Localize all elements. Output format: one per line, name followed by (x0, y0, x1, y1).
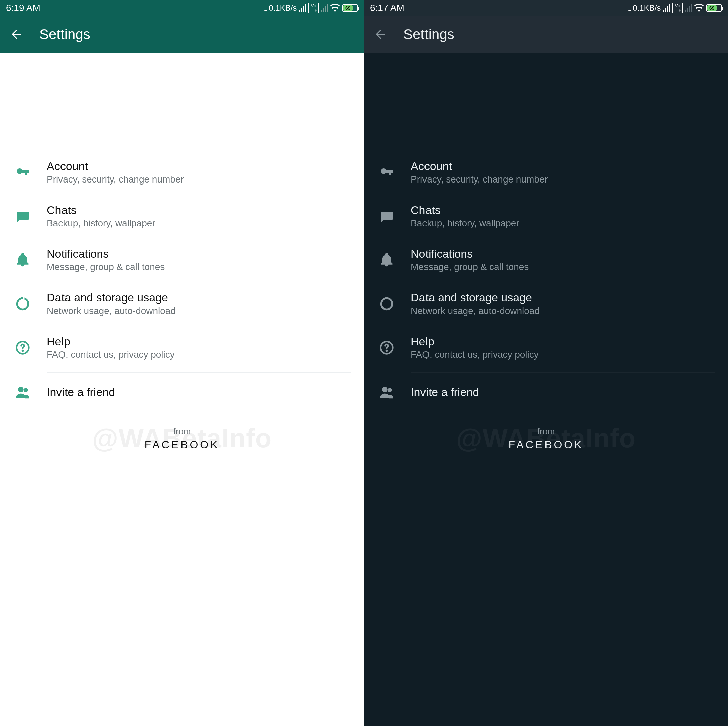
status-right: ... 0.1KB/s VoLTE 69 (263, 3, 358, 13)
svg-point-8 (382, 387, 387, 392)
item-subtitle: FAQ, contact us, privacy policy (411, 349, 539, 360)
settings-item-account[interactable]: AccountPrivacy, security, change number (364, 150, 728, 194)
page-title: Settings (40, 26, 90, 43)
svg-point-2 (22, 350, 24, 351)
status-time: 6:19 AM (6, 3, 40, 13)
item-title: Account (47, 160, 184, 173)
svg-point-7 (386, 350, 388, 351)
status-net: 0.1KB/s (269, 3, 297, 13)
footer: @WABetaInfo from FACEBOOK (0, 426, 364, 451)
wifi-icon (330, 4, 340, 12)
item-subtitle: Backup, history, wallpaper (47, 218, 155, 229)
item-title: Invite a friend (47, 386, 115, 399)
item-title: Help (47, 335, 175, 348)
help-icon (13, 340, 32, 355)
status-net: 0.1KB/s (633, 3, 661, 13)
back-icon[interactable] (9, 28, 23, 41)
profile-section[interactable] (364, 53, 728, 147)
app-bar: Settings (0, 16, 364, 53)
footer-from: from (364, 426, 728, 437)
svg-point-9 (388, 388, 392, 392)
item-subtitle: Privacy, security, change number (47, 174, 184, 185)
item-title: Help (411, 335, 539, 348)
signal-icon (321, 5, 328, 12)
status-time: 6:17 AM (370, 3, 404, 13)
data-usage-icon (377, 297, 396, 311)
settings-item-data[interactable]: Data and storage usageNetwork usage, aut… (0, 282, 364, 326)
settings-screen-dark: 6:17 AM ... 0.1KB/s VoLTE 69 Settings Ac… (364, 0, 728, 726)
signal-icon (663, 5, 670, 12)
item-subtitle: Privacy, security, change number (411, 174, 548, 185)
status-bar: 6:19 AM ... 0.1KB/s VoLTE 69 (0, 0, 364, 16)
people-icon (377, 385, 396, 399)
chat-icon (13, 209, 32, 224)
settings-list: AccountPrivacy, security, change number … (0, 147, 364, 413)
settings-screen-light: 6:19 AM ... 0.1KB/s VoLTE 69 Settings Ac… (0, 0, 364, 726)
app-bar: Settings (364, 16, 728, 53)
chat-icon (377, 209, 396, 224)
item-subtitle: Backup, history, wallpaper (411, 218, 519, 229)
bell-icon (13, 253, 32, 267)
footer-from: from (0, 426, 364, 437)
volte-icon: VoLTE (308, 3, 318, 13)
settings-item-chats[interactable]: ChatsBackup, history, wallpaper (0, 194, 364, 238)
footer-brand: FACEBOOK (364, 439, 728, 451)
item-subtitle: Message, group & call tones (47, 262, 165, 272)
settings-item-notifications[interactable]: NotificationsMessage, group & call tones (364, 238, 728, 282)
footer: @WABetaInfo from FACEBOOK (364, 426, 728, 451)
settings-item-invite[interactable]: Invite a friend (364, 375, 728, 409)
key-icon (13, 165, 32, 180)
settings-item-data[interactable]: Data and storage usageNetwork usage, aut… (364, 282, 728, 326)
data-usage-icon (13, 297, 32, 311)
signal-icon (299, 5, 306, 12)
item-title: Chats (411, 203, 519, 217)
item-title: Data and storage usage (411, 291, 540, 304)
settings-item-help[interactable]: HelpFAQ, contact us, privacy policy (0, 326, 364, 369)
status-bar: 6:17 AM ... 0.1KB/s VoLTE 69 (364, 0, 728, 16)
item-title: Data and storage usage (47, 291, 176, 304)
svg-point-0 (17, 298, 28, 309)
settings-item-chats[interactable]: ChatsBackup, history, wallpaper (364, 194, 728, 238)
svg-point-3 (18, 387, 23, 392)
item-subtitle: Message, group & call tones (411, 262, 529, 272)
volte-icon: VoLTE (672, 3, 682, 13)
item-title: Chats (47, 203, 155, 217)
item-subtitle: FAQ, contact us, privacy policy (47, 349, 175, 360)
settings-item-invite[interactable]: Invite a friend (0, 375, 364, 409)
status-right: ... 0.1KB/s VoLTE 69 (627, 3, 722, 13)
settings-list: AccountPrivacy, security, change number … (364, 147, 728, 413)
item-subtitle: Network usage, auto-download (411, 306, 540, 316)
item-title: Notifications (411, 248, 529, 260)
footer-brand: FACEBOOK (0, 439, 364, 451)
item-subtitle: Network usage, auto-download (47, 306, 176, 316)
page-title: Settings (404, 26, 454, 43)
divider (47, 372, 351, 373)
item-title: Notifications (47, 248, 165, 260)
signal-icon (685, 5, 692, 12)
help-icon (377, 340, 396, 355)
divider (411, 372, 715, 373)
bell-icon (377, 253, 396, 267)
settings-item-account[interactable]: AccountPrivacy, security, change number (0, 150, 364, 194)
wifi-icon (694, 4, 704, 12)
settings-item-notifications[interactable]: NotificationsMessage, group & call tones (0, 238, 364, 282)
svg-point-5 (381, 298, 392, 309)
battery-icon: 69 (706, 4, 722, 12)
people-icon (13, 385, 32, 399)
back-icon[interactable] (373, 28, 387, 41)
settings-item-help[interactable]: HelpFAQ, contact us, privacy policy (364, 326, 728, 369)
item-title: Account (411, 160, 548, 173)
key-icon (377, 165, 396, 180)
svg-point-4 (24, 388, 28, 392)
item-title: Invite a friend (411, 386, 479, 399)
battery-icon: 69 (342, 4, 358, 12)
profile-section[interactable] (0, 53, 364, 147)
